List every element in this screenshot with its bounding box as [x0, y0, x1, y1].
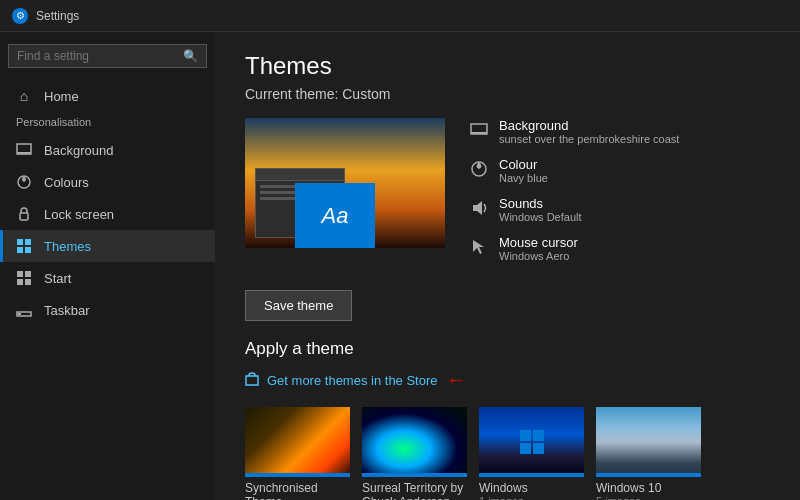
- store-link-row: Get more themes in the Store ←: [245, 367, 770, 393]
- svg-rect-19: [246, 376, 258, 385]
- theme-card-synchronised[interactable]: Synchronised Theme 1 images: [245, 407, 350, 500]
- current-theme-label: Current theme: Custom: [245, 86, 770, 102]
- svg-rect-13: [18, 313, 21, 315]
- home-icon: ⌂: [16, 88, 32, 104]
- sidebar-label-taskbar: Taskbar: [44, 303, 90, 318]
- save-theme-button[interactable]: Save theme: [245, 290, 352, 321]
- taskbar-icon: [16, 302, 32, 318]
- sidebar-item-taskbar[interactable]: Taskbar: [0, 294, 215, 326]
- sidebar-label-themes: Themes: [44, 239, 91, 254]
- svg-rect-4: [17, 239, 23, 245]
- svg-rect-8: [17, 271, 23, 277]
- sidebar-item-background[interactable]: Background: [0, 134, 215, 166]
- svg-rect-1: [17, 152, 31, 154]
- theme-card-image-4: [596, 407, 701, 477]
- sidebar-label-lock-screen: Lock screen: [44, 207, 114, 222]
- colour-info-icon: [469, 159, 489, 179]
- sidebar-item-home[interactable]: ⌂ Home: [0, 80, 215, 112]
- sounds-info-icon: [469, 198, 489, 218]
- sidebar-section-label: Personalisation: [0, 112, 215, 134]
- theme-card-bar-2: [362, 473, 467, 477]
- theme-card-image-1: [245, 407, 350, 477]
- theme-card-name-1: Synchronised Theme: [245, 481, 350, 500]
- sidebar-item-start[interactable]: Start: [0, 262, 215, 294]
- theme-card-bar-3: [479, 473, 584, 477]
- theme-card-windows[interactable]: Windows 1 images: [479, 407, 584, 500]
- theme-card-name-4: Windows 10: [596, 481, 701, 495]
- theme-info-item-sounds[interactable]: Sounds Windows Default: [469, 196, 770, 223]
- theme-card-name-3: Windows: [479, 481, 584, 495]
- sidebar-item-lock-screen[interactable]: Lock screen: [0, 198, 215, 230]
- sidebar-label-background: Background: [44, 143, 113, 158]
- preview-window-titlebar: [256, 169, 344, 181]
- sidebar-item-themes[interactable]: Themes: [0, 230, 215, 262]
- theme-info-item-background[interactable]: Background sunset over the pembrokeshire…: [469, 118, 770, 145]
- background-info-icon: [469, 120, 489, 140]
- titlebar: ⚙ Settings: [0, 0, 800, 32]
- lock-icon: [16, 206, 32, 222]
- sidebar-label-start: Start: [44, 271, 71, 286]
- theme-info-text-colour: Colour Navy blue: [499, 157, 548, 184]
- content-area: 🔍 ⌂ Home Personalisation Background Colo…: [0, 32, 800, 500]
- themes-icon: [16, 238, 32, 254]
- apply-theme-title: Apply a theme: [245, 339, 770, 359]
- sidebar: 🔍 ⌂ Home Personalisation Background Colo…: [0, 32, 215, 500]
- svg-rect-9: [25, 271, 31, 277]
- theme-preview-image: Aa: [245, 118, 445, 248]
- colours-icon: [16, 174, 32, 190]
- svg-rect-5: [25, 239, 31, 245]
- svg-rect-15: [471, 132, 487, 134]
- theme-info-text-sounds: Sounds Windows Default: [499, 196, 582, 223]
- background-icon: [16, 142, 32, 158]
- theme-info-list: Background sunset over the pembrokeshire…: [469, 118, 770, 274]
- svg-rect-3: [20, 213, 28, 220]
- themes-grid: Synchronised Theme 1 images Surreal Terr…: [245, 407, 770, 500]
- theme-info-text-background: Background sunset over the pembrokeshire…: [499, 118, 679, 145]
- theme-info-text-mouse-cursor: Mouse cursor Windows Aero: [499, 235, 578, 262]
- theme-info-item-mouse-cursor[interactable]: Mouse cursor Windows Aero: [469, 235, 770, 262]
- main-content: Themes Current theme: Custom Aa: [215, 32, 800, 500]
- theme-info-item-colour[interactable]: Colour Navy blue: [469, 157, 770, 184]
- svg-rect-11: [25, 279, 31, 285]
- titlebar-title: Settings: [36, 9, 79, 23]
- arrow-icon: ←: [446, 367, 468, 393]
- theme-card-surreal[interactable]: Surreal Territory by Chuck Anderson 6 im…: [362, 407, 467, 500]
- sidebar-item-colours[interactable]: Colours: [0, 166, 215, 198]
- theme-card-count-3: 1 images: [479, 495, 584, 500]
- titlebar-icon: ⚙: [12, 8, 28, 24]
- preview-window2: Aa: [295, 183, 375, 248]
- mouse-cursor-info-icon: [469, 237, 489, 257]
- theme-card-bar: [245, 473, 350, 477]
- sidebar-item-label: Home: [44, 89, 79, 104]
- svg-rect-6: [17, 247, 23, 253]
- svg-rect-7: [25, 247, 31, 253]
- theme-card-bar-4: [596, 473, 701, 477]
- sidebar-label-colours: Colours: [44, 175, 89, 190]
- theme-card-image-2: [362, 407, 467, 477]
- windows-logo: [520, 430, 544, 454]
- theme-preview-area: Aa Background sunset over the pembrokesh…: [245, 118, 770, 274]
- page-title: Themes: [245, 52, 770, 80]
- theme-card-name-2: Surreal Territory by Chuck Anderson: [362, 481, 467, 500]
- svg-marker-18: [473, 240, 484, 254]
- svg-rect-10: [17, 279, 23, 285]
- theme-card-windows10[interactable]: Windows 10 5 images: [596, 407, 701, 500]
- store-icon: [245, 372, 259, 389]
- store-link[interactable]: Get more themes in the Store: [267, 373, 438, 388]
- svg-marker-17: [473, 201, 482, 215]
- search-input[interactable]: [17, 49, 177, 63]
- theme-card-image-3: [479, 407, 584, 477]
- search-icon: 🔍: [183, 49, 198, 63]
- search-box[interactable]: 🔍: [8, 44, 207, 68]
- start-icon: [16, 270, 32, 286]
- theme-card-count-4: 5 images: [596, 495, 701, 500]
